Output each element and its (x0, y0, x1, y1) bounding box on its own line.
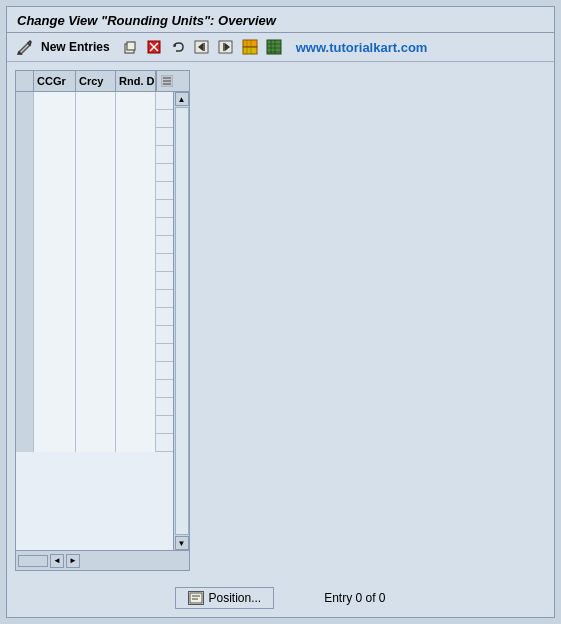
table-cell[interactable] (34, 290, 76, 308)
table-cell[interactable] (116, 398, 156, 416)
table-cell[interactable] (34, 146, 76, 164)
table-cell[interactable] (116, 308, 156, 326)
table-cell[interactable] (34, 362, 76, 380)
row-selector[interactable] (16, 236, 34, 254)
alt-view-icon[interactable] (264, 37, 284, 57)
row-selector[interactable] (16, 110, 34, 128)
table-cell[interactable] (34, 398, 76, 416)
table-row[interactable] (16, 380, 173, 398)
table-cell[interactable] (76, 362, 116, 380)
table-cell[interactable] (116, 416, 156, 434)
row-selector[interactable] (16, 146, 34, 164)
position-button[interactable]: Position... (175, 587, 274, 609)
table-row[interactable] (16, 398, 173, 416)
table-cell[interactable] (76, 164, 116, 182)
table-cell[interactable] (116, 146, 156, 164)
table-row[interactable] (16, 416, 173, 434)
next-page-icon[interactable] (216, 37, 236, 57)
table-row[interactable] (16, 128, 173, 146)
table-cell[interactable] (76, 434, 116, 452)
prev-page-icon[interactable] (192, 37, 212, 57)
table-row[interactable] (16, 110, 173, 128)
row-selector[interactable] (16, 344, 34, 362)
table-cell[interactable] (116, 272, 156, 290)
table-cell[interactable] (116, 182, 156, 200)
table-cell[interactable] (76, 182, 116, 200)
table-cell[interactable] (76, 326, 116, 344)
table-cell[interactable] (116, 434, 156, 452)
table-row[interactable] (16, 200, 173, 218)
table-cell[interactable] (34, 380, 76, 398)
row-selector[interactable] (16, 92, 34, 110)
table-cell[interactable] (76, 128, 116, 146)
row-selector[interactable] (16, 308, 34, 326)
row-selector[interactable] (16, 272, 34, 290)
table-cell[interactable] (116, 128, 156, 146)
table-row[interactable] (16, 92, 173, 110)
table-cell[interactable] (116, 254, 156, 272)
table-cell[interactable] (76, 416, 116, 434)
row-selector[interactable] (16, 380, 34, 398)
table-row[interactable] (16, 272, 173, 290)
table-cell[interactable] (34, 308, 76, 326)
table-cell[interactable] (76, 308, 116, 326)
grid-view-icon[interactable] (240, 37, 260, 57)
pencil-icon[interactable] (15, 37, 35, 57)
copy-icon[interactable] (120, 37, 140, 57)
table-cell[interactable] (34, 110, 76, 128)
table-cell[interactable] (76, 110, 116, 128)
row-selector[interactable] (16, 398, 34, 416)
table-cell[interactable] (116, 344, 156, 362)
delete-icon[interactable] (144, 37, 164, 57)
table-cell[interactable] (34, 92, 76, 110)
table-cell[interactable] (76, 272, 116, 290)
table-cell[interactable] (34, 200, 76, 218)
table-cell[interactable] (116, 380, 156, 398)
row-selector[interactable] (16, 218, 34, 236)
table-cell[interactable] (34, 218, 76, 236)
scroll-down-button[interactable]: ▼ (175, 536, 189, 550)
row-selector[interactable] (16, 290, 34, 308)
table-cell[interactable] (34, 164, 76, 182)
table-cell[interactable] (76, 146, 116, 164)
undo-icon[interactable] (168, 37, 188, 57)
table-cell[interactable] (76, 92, 116, 110)
table-cell[interactable] (116, 326, 156, 344)
scroll-track[interactable] (175, 107, 189, 535)
table-row[interactable] (16, 326, 173, 344)
row-selector[interactable] (16, 434, 34, 452)
table-cell[interactable] (76, 344, 116, 362)
horizontal-scrollbar[interactable]: ◄ ► (16, 550, 189, 570)
table-cell[interactable] (34, 236, 76, 254)
table-cell[interactable] (76, 218, 116, 236)
table-cell[interactable] (34, 326, 76, 344)
table-cell[interactable] (34, 182, 76, 200)
table-row[interactable] (16, 254, 173, 272)
table-cell[interactable] (34, 272, 76, 290)
table-row[interactable] (16, 164, 173, 182)
row-selector[interactable] (16, 416, 34, 434)
row-selector[interactable] (16, 200, 34, 218)
row-selector[interactable] (16, 326, 34, 344)
scroll-right-button[interactable]: ► (66, 554, 80, 568)
row-selector[interactable] (16, 128, 34, 146)
table-cell[interactable] (116, 218, 156, 236)
table-row[interactable] (16, 362, 173, 380)
table-cell[interactable] (76, 254, 116, 272)
table-cell[interactable] (116, 362, 156, 380)
table-row[interactable] (16, 182, 173, 200)
table-cell[interactable] (76, 290, 116, 308)
new-entries-button[interactable]: New Entries (41, 40, 110, 54)
table-cell[interactable] (76, 200, 116, 218)
table-cell[interactable] (76, 236, 116, 254)
scroll-up-button[interactable]: ▲ (175, 92, 189, 106)
table-cell[interactable] (116, 164, 156, 182)
table-cell[interactable] (34, 254, 76, 272)
table-cell[interactable] (116, 236, 156, 254)
row-selector[interactable] (16, 182, 34, 200)
table-cell[interactable] (34, 416, 76, 434)
table-cell[interactable] (116, 92, 156, 110)
table-cell[interactable] (34, 434, 76, 452)
col-settings-icon[interactable] (156, 71, 176, 91)
table-row[interactable] (16, 146, 173, 164)
